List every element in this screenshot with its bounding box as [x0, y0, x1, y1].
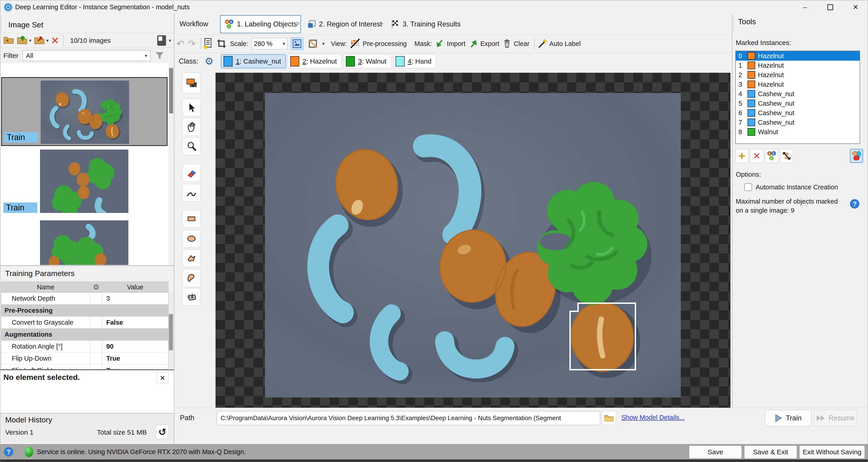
- param-value[interactable]: 90: [102, 343, 168, 350]
- thumbnail-scrollbar[interactable]: [168, 63, 174, 265]
- notes-button[interactable]: [203, 38, 213, 49]
- mask-export-button[interactable]: Export: [469, 39, 499, 49]
- model-path-input[interactable]: C:\ProgramData\Aurora Vision\Aurora Visi…: [217, 411, 600, 425]
- delete-image-button[interactable]: ✕: [51, 35, 59, 47]
- instance-row[interactable]: 8Walnut: [736, 127, 860, 137]
- help-icon[interactable]: ?: [850, 199, 860, 209]
- rectangle-tool-button[interactable]: [182, 210, 200, 228]
- restore-button[interactable]: [817, 0, 843, 14]
- auto-instance-checkbox[interactable]: [744, 183, 752, 191]
- table-row[interactable]: Flip Left-Right True: [1, 365, 168, 370]
- add-instance-button[interactable]: +: [735, 149, 748, 163]
- zoom-tool-button[interactable]: [182, 138, 200, 155]
- freehand-draw-tool-button[interactable]: [182, 184, 200, 202]
- instance-row[interactable]: 0Hazelnut: [736, 51, 860, 61]
- close-icon[interactable]: ✕: [157, 372, 168, 384]
- mask-label: Mask:: [414, 40, 432, 48]
- polygon-tool-button[interactable]: [182, 249, 200, 267]
- column-value[interactable]: Value: [102, 284, 168, 291]
- instance-row[interactable]: 2Hazelnut: [736, 70, 860, 80]
- browse-folder-button[interactable]: [602, 411, 616, 425]
- instance-row[interactable]: 4Cashew_nut: [736, 89, 860, 99]
- crop-frame-button[interactable]: [216, 38, 227, 49]
- show-model-details-link[interactable]: Show Model Details...: [621, 414, 685, 421]
- filter-combobox[interactable]: All ▾: [23, 50, 151, 61]
- thumbnail-size-button[interactable]: ▾: [157, 35, 171, 47]
- class-button-hand[interactable]: 4: Hand: [393, 54, 436, 68]
- thumbnail-item[interactable]: Train: [1, 218, 167, 265]
- export-dropdown-arrow[interactable]: ▾: [46, 38, 49, 43]
- fit-image-button[interactable]: [291, 37, 303, 50]
- gear-icon[interactable]: ⚙: [90, 282, 102, 292]
- ellipse-tool-button[interactable]: [182, 230, 200, 248]
- workflow-step-roi[interactable]: 2. Region of Interest: [304, 15, 385, 33]
- param-value[interactable]: True: [102, 367, 168, 370]
- auto-instance-option[interactable]: Automatic Instance Creation: [744, 183, 838, 191]
- import-dropdown-arrow[interactable]: ▾: [29, 38, 31, 43]
- class-button-cashew[interactable]: 1: Cashew_nut: [221, 54, 286, 68]
- preprocessing-button[interactable]: Pre-processing: [350, 38, 407, 49]
- table-row[interactable]: Flip Up-Down True: [1, 352, 168, 365]
- current-class-overlay-button[interactable]: [182, 73, 200, 93]
- labeling-canvas[interactable]: [215, 73, 731, 418]
- fill-region-tool-button[interactable]: [182, 288, 200, 306]
- table-row[interactable]: Rotation Angle [°] 90: [1, 341, 168, 352]
- mask-clear-button[interactable]: Clear: [502, 39, 529, 49]
- minimize-button[interactable]: –: [792, 0, 817, 14]
- instance-row[interactable]: 6Cashew_nut: [736, 108, 860, 118]
- class-settings-gear-icon[interactable]: ⚙: [203, 55, 215, 68]
- resume-button[interactable]: Resume: [814, 410, 857, 426]
- redo-button[interactable]: ↷: [188, 38, 195, 49]
- eraser-tool-button[interactable]: [182, 164, 200, 182]
- parameters-scrollbar[interactable]: [168, 292, 174, 369]
- workflow-step-labeling[interactable]: A B C 1. Labeling Objects: [220, 15, 301, 33]
- save-button[interactable]: Save: [689, 446, 742, 458]
- scrollbar-thumb[interactable]: [169, 68, 173, 113]
- param-value[interactable]: True: [102, 355, 168, 362]
- workflow-step-results[interactable]: 3. Training Results: [387, 15, 464, 33]
- param-value[interactable]: False: [102, 319, 168, 326]
- class-button-walnut[interactable]: 3: Walnut: [343, 54, 391, 68]
- split-instance-button[interactable]: [780, 149, 793, 163]
- instance-row[interactable]: 3Hazelnut: [736, 80, 860, 89]
- restore-version-button[interactable]: ↺: [156, 425, 169, 439]
- select-tool-button[interactable]: [182, 99, 200, 116]
- scale-combobox[interactable]: 280 % ▾: [251, 38, 287, 49]
- view-dropdown-arrow[interactable]: ▾: [322, 41, 324, 47]
- table-row[interactable]: Network Depth 3: [1, 292, 168, 305]
- scrollbar-thumb[interactable]: [169, 314, 173, 350]
- delete-instance-button[interactable]: ✕: [750, 149, 763, 163]
- panel-drag-handle[interactable]: [1, 16, 2, 31]
- show-instances-overlay-button[interactable]: [850, 149, 863, 163]
- undo-button[interactable]: ↶: [177, 38, 184, 49]
- panel-drag-handle[interactable]: [734, 17, 734, 31]
- pan-tool-button[interactable]: [182, 118, 200, 136]
- export-images-button[interactable]: ▾: [34, 35, 49, 46]
- param-value[interactable]: 3: [102, 295, 168, 302]
- close-button[interactable]: ✕: [843, 0, 868, 14]
- help-icon[interactable]: ?: [4, 447, 13, 457]
- instance-row[interactable]: 7Cashew_nut: [736, 118, 860, 127]
- change-class-button[interactable]: A B C: [765, 149, 778, 163]
- labeled-image[interactable]: [265, 93, 681, 398]
- save-and-exit-button[interactable]: Save & Exit: [744, 446, 797, 458]
- freeform-blob-tool-button[interactable]: [182, 269, 200, 287]
- instance-row[interactable]: 5Cashew_nut: [736, 99, 860, 108]
- class-button-hazelnut[interactable]: 2: Hazelnut: [288, 54, 342, 68]
- add-folder-button[interactable]: +: [3, 34, 14, 47]
- mask-import-button[interactable]: Import: [435, 39, 465, 49]
- funnel-icon[interactable]: [155, 51, 164, 61]
- preprocessing-icon: [350, 38, 360, 49]
- auto-label-button[interactable]: Auto Label: [537, 38, 581, 49]
- thumbnail-item[interactable]: Train: [1, 77, 167, 146]
- thumbnail-size-dropdown-arrow[interactable]: ▾: [169, 38, 171, 43]
- table-row[interactable]: Convert to Grayscale False: [1, 317, 168, 328]
- thumbnail-item[interactable]: Train: [1, 147, 167, 215]
- marked-instances-list[interactable]: 0Hazelnut 1Hazelnut 2Hazelnut 3Hazelnut …: [735, 51, 860, 144]
- no-overlay-button[interactable]: [307, 37, 319, 50]
- column-name[interactable]: Name: [1, 284, 90, 291]
- exit-without-saving-button[interactable]: Exit Without Saving: [800, 446, 865, 458]
- instance-row[interactable]: 1Hazelnut: [736, 61, 860, 70]
- train-button[interactable]: Train: [765, 410, 811, 426]
- import-images-button[interactable]: ▾: [17, 35, 31, 46]
